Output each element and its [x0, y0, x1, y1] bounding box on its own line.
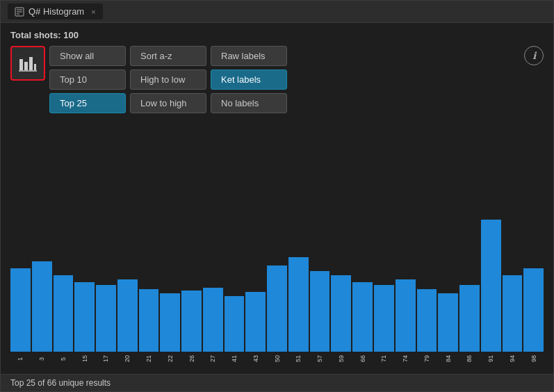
bar-label: 51	[295, 352, 302, 367]
bar	[459, 285, 480, 352]
bar	[523, 268, 544, 352]
bar-wrapper: 20	[117, 279, 138, 367]
bar-label: 91	[487, 352, 494, 367]
bar-wrapper: 43	[245, 292, 266, 367]
bar-wrapper: 84	[438, 293, 458, 367]
histogram-icon	[18, 54, 38, 73]
bar	[481, 220, 501, 352]
bar	[288, 257, 309, 352]
sort-buttons-group: Sort a-z High to low Low to high	[130, 46, 206, 113]
high-to-low-button[interactable]: High to low	[130, 70, 206, 90]
show-all-button[interactable]: Show all	[49, 46, 126, 66]
bar	[331, 275, 351, 352]
bar-wrapper: 17	[96, 285, 116, 367]
bar-label: 41	[231, 352, 238, 367]
bar-wrapper: 26	[181, 291, 202, 367]
bar	[74, 282, 95, 352]
bar	[160, 293, 180, 352]
bar	[203, 288, 223, 352]
svg-rect-7	[34, 64, 36, 70]
bar-wrapper: 91	[481, 220, 501, 367]
controls-row: Show all Top 10 Top 25 Sort a-z High to …	[10, 46, 544, 113]
tab-label: Q# Histogram	[28, 6, 84, 17]
top-10-button[interactable]: Top 10	[49, 70, 126, 90]
bar-wrapper: 15	[74, 282, 95, 367]
bar-wrapper: 94	[503, 275, 523, 367]
bar-wrapper: 21	[139, 289, 159, 367]
bar	[225, 296, 245, 352]
bar-label: 86	[466, 352, 473, 367]
ket-labels-button[interactable]: Ket labels	[211, 70, 287, 90]
low-to-high-button[interactable]: Low to high	[130, 93, 206, 113]
bar-label: 15	[81, 352, 88, 367]
bar	[139, 289, 159, 352]
bar-label: 27	[209, 352, 216, 367]
bar	[438, 293, 458, 352]
bar-label: 74	[402, 352, 409, 367]
bar-wrapper: 1	[10, 268, 31, 367]
top-25-button[interactable]: Top 25	[49, 93, 126, 113]
bar-wrapper: 57	[310, 271, 330, 367]
histogram-icon-button[interactable]	[10, 46, 45, 81]
bar-label: 43	[252, 352, 259, 367]
svg-rect-6	[29, 57, 33, 70]
bar-wrapper: 3	[32, 261, 52, 367]
bar-label: 3	[38, 352, 45, 367]
tab-close-button[interactable]: ×	[91, 8, 95, 16]
bar-label: 84	[445, 352, 452, 367]
title-tab[interactable]: Q# Histogram ×	[8, 3, 103, 19]
sort-az-button[interactable]: Sort a-z	[130, 46, 206, 66]
bar	[10, 268, 31, 352]
bar	[96, 285, 116, 352]
bar	[352, 282, 373, 352]
total-shots-label: Total shots: 100	[10, 30, 544, 40]
status-bar: Top 25 of 66 unique results	[1, 374, 553, 391]
bar-wrapper: 71	[374, 285, 394, 367]
title-bar: Q# Histogram ×	[1, 1, 553, 23]
bar-label: 94	[509, 352, 516, 367]
bar-label: 50	[274, 352, 281, 367]
bar-wrapper: 41	[225, 296, 245, 367]
bar-label: 20	[124, 352, 131, 367]
chart-area: 1351517202122262741435051575966717479848…	[10, 120, 544, 367]
bar-wrapper: 86	[459, 285, 480, 367]
bar-label: 17	[102, 352, 109, 367]
bar-label: 26	[188, 352, 195, 367]
bar-label: 57	[316, 352, 323, 367]
no-labels-button[interactable]: No labels	[211, 93, 287, 113]
bar-label: 66	[359, 352, 366, 367]
bars-container: 1351517202122262741435051575966717479848…	[10, 120, 544, 367]
bar-wrapper: 5	[54, 275, 74, 367]
bar	[396, 279, 416, 352]
bar-label: 5	[60, 352, 67, 367]
bar-label: 22	[167, 352, 174, 367]
bar	[267, 266, 287, 352]
bar-wrapper: 22	[160, 293, 180, 367]
bar	[310, 271, 330, 352]
main-window: Q# Histogram × Total shots: 100 Show all	[0, 0, 554, 392]
bar-wrapper: 50	[267, 266, 287, 367]
bar-wrapper: 98	[523, 268, 544, 367]
bar	[54, 275, 74, 352]
label-buttons-group: Raw labels Ket labels No labels	[211, 46, 287, 113]
raw-labels-button[interactable]: Raw labels	[211, 46, 287, 66]
svg-rect-4	[19, 59, 23, 70]
bar-label: 79	[423, 352, 430, 367]
bar-label: 21	[145, 352, 152, 367]
bar	[181, 291, 202, 352]
bar	[374, 285, 394, 352]
status-text: Top 25 of 66 unique results	[10, 378, 111, 388]
bar-wrapper: 74	[396, 279, 416, 367]
bar	[245, 292, 266, 352]
bar	[117, 279, 138, 352]
bar-wrapper: 59	[331, 275, 351, 367]
bar-label: 59	[338, 352, 345, 367]
tab-icon	[15, 7, 24, 17]
bar-wrapper: 66	[352, 282, 373, 367]
info-icon-button[interactable]: ℹ	[524, 46, 544, 65]
main-content: Total shots: 100 Show all Top 10 Top 25	[1, 23, 553, 374]
bar	[32, 261, 52, 352]
bar-label: 71	[380, 352, 387, 367]
filter-buttons-group: Show all Top 10 Top 25	[49, 46, 126, 113]
bar-wrapper: 27	[203, 288, 223, 367]
